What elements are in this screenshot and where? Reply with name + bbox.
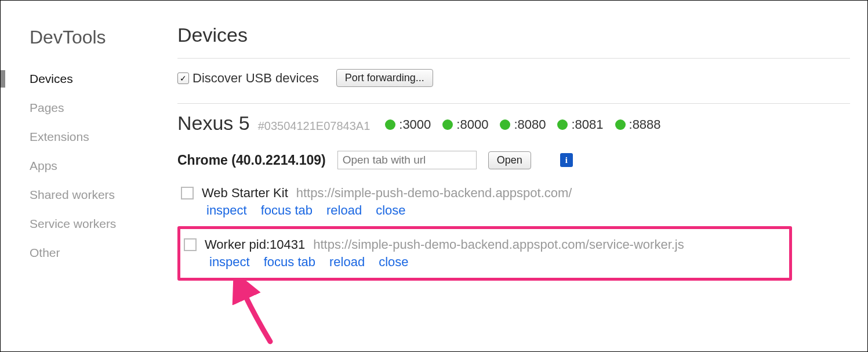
open-button[interactable]: Open — [488, 151, 531, 169]
focus-tab-link[interactable]: focus tab — [264, 255, 315, 270]
target-title: Web Starter Kit — [202, 186, 288, 201]
open-tab-url-input[interactable] — [337, 151, 477, 169]
status-dot-icon — [385, 119, 395, 130]
target-checkbox[interactable] — [181, 187, 194, 199]
target-url: https://simple-push-demo-backend.appspot… — [313, 237, 684, 252]
device-header: Nexus 5 #03504121E07843A1 :3000 :8000 :8… — [177, 103, 850, 135]
status-dot-icon — [615, 119, 626, 130]
sidebar-item-service-workers[interactable]: Service workers — [30, 209, 154, 238]
device-id: #03504121E07843A1 — [258, 119, 371, 133]
port-3000: :3000 — [385, 117, 431, 132]
discover-usb-text: Discover USB devices — [193, 71, 319, 86]
status-dot-icon — [557, 119, 568, 130]
sidebar-item-devices[interactable]: Devices — [30, 64, 154, 93]
inspect-target: Web Starter Kit https://simple-push-demo… — [177, 181, 850, 223]
port-8080: :8080 — [500, 117, 546, 132]
main-content: Devices ✓ Discover USB devices Port forw… — [154, 1, 867, 351]
port-8000: :8000 — [442, 117, 488, 132]
close-link[interactable]: close — [376, 203, 405, 218]
reload-link[interactable]: reload — [326, 203, 362, 218]
port-forwarding-button[interactable]: Port forwarding... — [336, 69, 433, 87]
status-dot-icon — [500, 119, 510, 130]
reload-link[interactable]: reload — [329, 255, 365, 270]
inspect-link[interactable]: inspect — [206, 203, 247, 218]
focus-tab-link[interactable]: focus tab — [261, 203, 313, 218]
sidebar-item-pages[interactable]: Pages — [30, 93, 154, 122]
page-title: Devices — [177, 24, 850, 59]
sidebar-item-shared-workers[interactable]: Shared workers — [30, 180, 154, 209]
browser-row: Chrome (40.0.2214.109) Open i — [177, 151, 850, 169]
sidebar: DevTools Devices Pages Extensions Apps S… — [1, 1, 154, 351]
inspect-target-highlighted: Worker pid:10431 https://simple-push-dem… — [177, 226, 792, 281]
discover-usb-checkbox[interactable]: ✓ — [177, 72, 189, 84]
sidebar-item-extensions[interactable]: Extensions — [30, 122, 154, 151]
status-dot-icon — [442, 119, 453, 130]
inspect-link[interactable]: inspect — [209, 255, 250, 270]
sidebar-item-other[interactable]: Other — [30, 238, 154, 267]
info-icon[interactable]: i — [560, 153, 573, 167]
port-8888: :8888 — [615, 117, 661, 132]
target-url: https://simple-push-demo-backend.appspot… — [296, 186, 572, 201]
discover-usb-label[interactable]: ✓ Discover USB devices — [177, 71, 319, 86]
browser-name: Chrome (40.0.2214.109) — [177, 153, 326, 168]
target-title: Worker pid:10431 — [205, 237, 305, 252]
target-checkbox[interactable] — [184, 238, 197, 251]
toolbar: ✓ Discover USB devices Port forwarding..… — [177, 69, 850, 87]
port-8081: :8081 — [557, 117, 603, 132]
sidebar-title: DevTools — [30, 27, 154, 48]
close-link[interactable]: close — [379, 255, 408, 270]
device-name: Nexus 5 — [177, 112, 250, 135]
sidebar-item-apps[interactable]: Apps — [30, 151, 154, 180]
